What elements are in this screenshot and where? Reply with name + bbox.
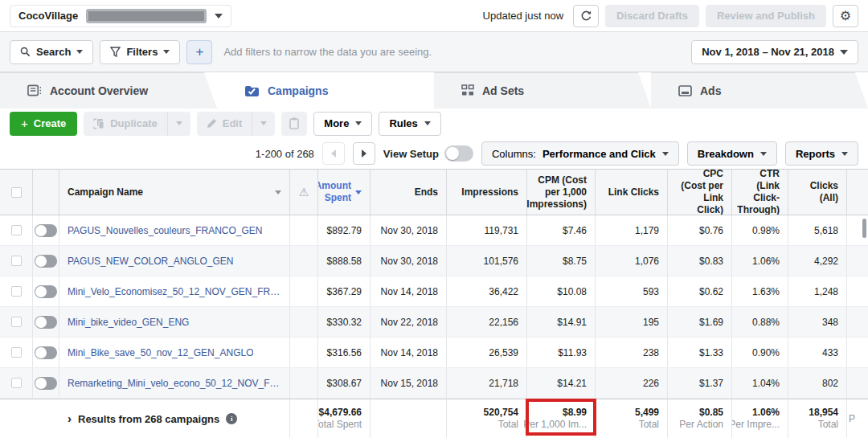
more-dropdown[interactable]: More [313,112,372,136]
vertical-scrollbar[interactable] [862,219,866,238]
footer-ends-cell [370,399,446,438]
link-clicks-cell: 238 [595,338,667,367]
campaign-name-link[interactable]: Mini_bike_video_GEN_ENG [68,317,189,328]
filter-placeholder-text: Add filters to narrow the data you are s… [223,46,432,58]
cpm-cell: $7.46 [526,215,595,245]
campaign-active-toggle[interactable] [35,285,57,298]
prev-page-button[interactable] [322,142,345,165]
table-body: PAGUS_Nouvelles_couleurs_FRANCO_GEN $892… [0,215,868,399]
ends-header[interactable]: Ends [370,170,446,215]
link-clicks-header[interactable]: Link Clicks [595,170,667,215]
caret-down-icon [662,152,669,156]
clicks-all-cell: 4,292 [788,246,846,276]
info-icon[interactable]: i [226,413,237,424]
amount-spent-header[interactable]: Amount Spent [317,170,370,215]
reports-dropdown[interactable]: Reports [785,141,858,166]
create-button[interactable]: + Create [10,112,77,136]
breakdown-dropdown[interactable]: Breakdown [687,141,777,166]
duplicate-button[interactable]: Duplicate [84,112,168,136]
cpc-cell: $1.33 [667,338,731,367]
caret-down-icon [275,190,281,194]
filters-dropdown[interactable]: Filters [100,40,180,64]
campaigns-icon [244,85,260,97]
filter-icon [110,47,121,57]
account-name: CocoVillage [18,10,78,22]
amount-spent-cell: $316.56 [317,338,370,367]
results-summary-toggle[interactable]: › Results from 268 campaigns i [0,399,289,438]
campaign-active-toggle[interactable] [35,316,57,329]
date-range-value: Nov 1, 2018 – Nov 21, 2018 [702,46,834,58]
search-dropdown[interactable]: Search [10,40,93,64]
row-checkbox[interactable] [11,378,22,388]
row-checkbox[interactable] [11,256,22,266]
campaign-name-link[interactable]: Mini_Velo_Economisez_50_12_NOV_GEN_FRANC… [68,286,281,297]
footer-next-column-sliver: P [846,399,868,438]
next-arrow-icon [362,149,366,158]
delivery-alert-cell [289,338,317,367]
ends-cell: Nov 15, 2018 [370,368,446,398]
tab-campaigns[interactable]: Campaigns [217,72,434,109]
total-impressions-label: Total [498,419,518,431]
columns-dropdown[interactable]: Columns: Performance and Click [481,141,679,166]
campaign-active-toggle[interactable] [35,255,57,268]
refresh-button[interactable] [573,5,599,27]
more-label: More [324,117,349,129]
impressions-header[interactable]: Impressions [446,170,526,215]
select-all-checkbox[interactable] [11,187,22,198]
account-selector[interactable]: CocoVillage [10,5,231,27]
tab-ad-sets[interactable]: Ad Sets [434,72,651,108]
cpc-header[interactable]: CPC (Cost per Link Click) [667,170,731,215]
total-cpm-label: Per 1,000 Im... [523,419,587,431]
paste-button[interactable] [281,112,307,136]
campaign-name-link[interactable]: PAGUS_NEW_COLOR_ANGLO_GEN [68,256,234,267]
footer-cpc-cell: $0.85Per Action [667,399,731,438]
cpm-cell: $14.21 [526,368,595,398]
campaign-active-toggle[interactable] [35,377,57,390]
next-column-sliver [846,276,868,306]
table-row: Mini_Velo_Economisez_50_12_NOV_GEN_FRANC… [0,276,868,307]
clicks-all-header[interactable]: Clicks (All) [788,170,846,215]
campaign-active-toggle[interactable] [35,346,57,359]
table-header-row: Campaign Name ⚠ Amount Spent Ends Impres… [0,169,868,215]
tab-label: Campaigns [268,84,328,97]
plus-icon: + [195,44,203,60]
campaign-name-link[interactable]: PAGUS_Nouvelles_couleurs_FRANCO_GEN [68,225,263,236]
campaign-name-header-label: Campaign Name [68,186,143,199]
edit-button[interactable]: Edit [197,112,253,136]
clicks-all-cell: 348 [788,307,846,337]
row-checkbox[interactable] [11,347,22,358]
cpc-cell: $1.37 [667,368,731,398]
columns-prefix: Columns: [492,148,536,160]
edit-caret-button[interactable] [252,112,275,136]
campaign-active-toggle[interactable] [35,224,57,237]
total-cpc-label: Per Action [679,419,723,431]
tab-ads[interactable]: Ads [651,72,868,108]
impressions-header-label: Impressions [461,186,518,199]
search-icon [20,47,31,57]
view-setup-toggle[interactable] [444,145,473,162]
clicks-all-cell: 802 [788,368,846,398]
row-checkbox[interactable] [11,286,22,297]
ctr-header[interactable]: CTR (Link Click-Through) [731,170,788,215]
cpm-header[interactable]: CPM (Cost per 1,000 Impressions) [526,170,595,215]
rules-dropdown[interactable]: Rules [379,112,440,136]
tab-account-overview[interactable]: Account Overview [0,72,217,108]
link-clicks-cell: 593 [595,276,667,306]
caret-down-icon [260,121,267,125]
results-summary-text: Results from 268 campaigns [78,413,219,425]
ctr-cell: 1.04% [731,368,788,398]
date-range-selector[interactable]: Nov 1, 2018 – Nov 21, 2018 [691,40,858,64]
discard-drafts-button[interactable]: Discard Drafts [605,5,699,27]
duplicate-caret-button[interactable] [168,112,190,136]
review-publish-button[interactable]: Review and Publish [706,5,826,27]
next-page-button[interactable] [353,142,375,165]
ends-cell: Nov 22, 2018 [370,307,446,337]
campaign-name-link[interactable]: Mini_Bike_save_50_nov_12_GEN_ANGLO [68,347,253,358]
row-checkbox[interactable] [11,225,22,235]
ctr-cell: 0.90% [731,338,788,367]
settings-button[interactable]: ⚙ [833,5,858,27]
campaign-name-header[interactable]: Campaign Name [59,170,289,215]
campaign-name-link[interactable]: Remarketing_Mini_velo_econo_50_12_NOV_FR… [68,378,281,389]
add-filter-button[interactable]: + [186,40,212,64]
row-checkbox[interactable] [11,317,22,327]
